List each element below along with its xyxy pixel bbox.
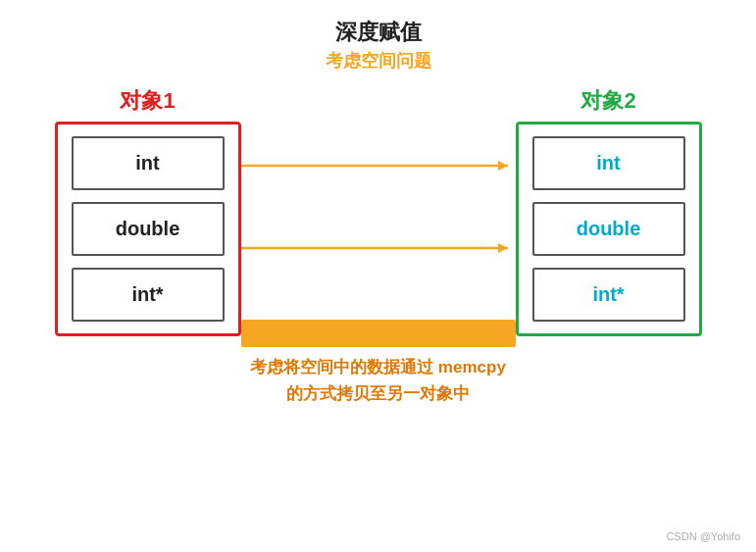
obj2-field-intptr: int* (532, 268, 685, 322)
obj1-label: 对象1 (120, 86, 175, 116)
obj1-field-double: double (72, 202, 225, 256)
bottom-text: 考虑将空间中的数据通过 memcpy 的方式拷贝至另一对象中 (250, 354, 506, 407)
obj1-field-int: int (72, 136, 225, 190)
obj2-col: 对象2 int double int* (516, 86, 702, 336)
obj1-box: int double int* (55, 122, 241, 336)
svg-marker-1 (498, 161, 508, 171)
title-block: 深度赋值 考虑空间问题 (326, 18, 431, 73)
obj1-col: 对象1 int double int* (55, 86, 241, 336)
svg-marker-3 (498, 243, 508, 253)
obj2-field-double: double (532, 202, 685, 256)
obj2-field-int: int (532, 136, 685, 190)
bottom-text-line2: 的方式拷贝至另一对象中 (250, 380, 506, 407)
arrows-svg (241, 124, 516, 378)
svg-rect-4 (241, 320, 516, 347)
title-sub: 考虑空间问题 (326, 49, 431, 73)
obj2-label: 对象2 (580, 86, 635, 116)
diagram-row: 对象1 int double int* 对象2 (35, 86, 722, 336)
title-main: 深度赋值 (326, 18, 431, 47)
watermark: CSDN @Yohifo (666, 530, 740, 542)
obj1-field-intptr: int* (72, 268, 225, 322)
obj2-box: int double int* (516, 122, 702, 336)
bottom-text-line1: 考虑将空间中的数据通过 memcpy (250, 354, 506, 380)
middle-area (241, 86, 516, 124)
main-container: 深度赋值 考虑空间问题 对象1 int double int* (0, 0, 756, 552)
